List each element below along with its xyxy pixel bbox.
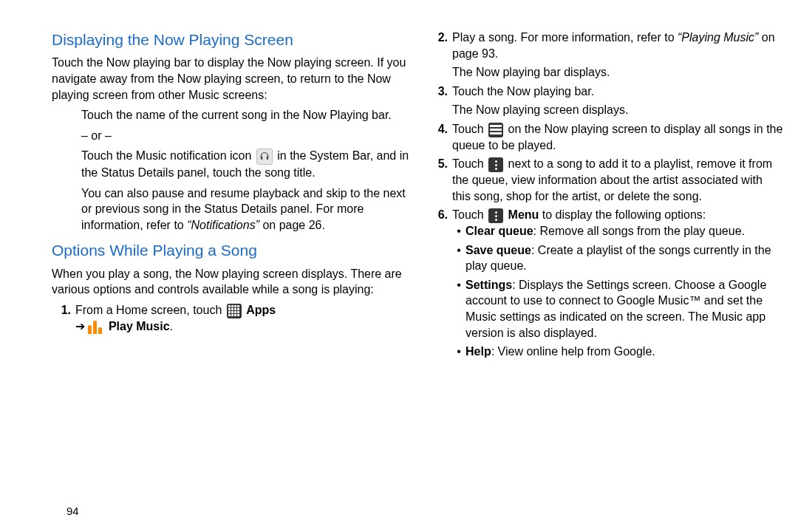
- page-number: 94: [66, 504, 79, 519]
- bullet-help: • Help: View online help from Google.: [452, 344, 783, 360]
- step-2: 2. Play a song. For more information, re…: [429, 30, 783, 81]
- step-4: 4. Touch on the Now playing screen to di…: [429, 121, 783, 153]
- sub-note: You can also pause and resume playback a…: [52, 185, 414, 233]
- sub-option-2: Touch the Music notification icon in the…: [52, 148, 414, 180]
- playing-music-ref: “Playing Music”: [678, 31, 758, 44]
- arrow-symbol: ➔: [75, 320, 88, 332]
- step-5-number: 5.: [429, 156, 452, 204]
- manual-page: Displaying the Now Playing Screen Touch …: [0, 0, 798, 532]
- step-4a: Touch: [452, 123, 487, 135]
- sub-option-1: Touch the name of the current song in th…: [52, 107, 414, 123]
- step-6b: to display the following options:: [542, 208, 706, 221]
- step-4-body: Touch on the Now playing screen to displ…: [452, 121, 783, 153]
- step-3-number: 3.: [429, 83, 452, 118]
- bullet-dot: •: [452, 344, 466, 360]
- left-column: Displaying the Now Playing Screen Touch …: [52, 30, 421, 532]
- sub-note-b: on page 26.: [259, 219, 325, 231]
- step-3b: The Now playing screen displays.: [452, 102, 783, 118]
- clear-queue-text: : Remove all songs from the play queue.: [533, 225, 745, 237]
- step-2c: The Now playing bar displays.: [452, 64, 783, 81]
- bullet-dot: •: [452, 277, 466, 341]
- step-6-number: 6.: [429, 207, 452, 363]
- menu-icon: [488, 208, 503, 223]
- step-2-body: Play a song. For more information, refer…: [452, 30, 783, 81]
- or-divider: – or –: [52, 128, 414, 144]
- step-1: 1. From a Home screen, touch Apps ➔ Play…: [52, 302, 414, 334]
- heading-options-while-playing: Options While Playing a Song: [52, 240, 414, 261]
- intro-paragraph-1: Touch the Now playing bar to display the…: [52, 55, 414, 103]
- bullet-dot: •: [452, 223, 466, 239]
- song-options-icon: [488, 157, 503, 172]
- step-4-number: 4.: [429, 121, 452, 153]
- queue-icon: [488, 123, 503, 137]
- apps-label: Apps: [246, 304, 276, 316]
- step-1-body: From a Home screen, touch Apps ➔ Play Mu…: [75, 302, 414, 334]
- menu-label: Menu: [508, 208, 539, 221]
- play-music-icon: [88, 321, 102, 334]
- help-text: : View online help from Google.: [491, 345, 655, 358]
- headphones-icon: [256, 149, 273, 165]
- settings-label: Settings: [466, 279, 512, 291]
- step-3: 3. Touch the Now playing bar. The Now pl…: [429, 83, 783, 118]
- step-6: 6. Touch Menu to display the following o…: [429, 207, 783, 363]
- heading-displaying-now-playing: Displaying the Now Playing Screen: [52, 30, 414, 50]
- step-2-number: 2.: [429, 30, 452, 81]
- apps-grid-icon: [227, 304, 242, 318]
- intro-paragraph-2: When you play a song, the Now playing sc…: [52, 266, 414, 298]
- step-6a: Touch: [452, 208, 487, 221]
- step-5a: Touch: [452, 157, 487, 170]
- step-3a: Touch the Now playing bar.: [452, 85, 594, 98]
- period: .: [170, 320, 173, 332]
- step-3-body: Touch the Now playing bar. The Now playi…: [452, 83, 783, 118]
- step-5-body: Touch next to a song to add it to a play…: [452, 156, 783, 204]
- step-2a: Play a song. For more information, refer…: [452, 31, 678, 44]
- step-1-text-a: From a Home screen, touch: [75, 304, 225, 316]
- sub-option-2a: Touch the Music notification icon: [81, 149, 255, 162]
- notifications-ref: “Notifications”: [187, 219, 259, 231]
- tm-symbol: ™: [689, 294, 700, 307]
- bullet-clear-queue: • Clear queue: Remove all songs from the…: [452, 223, 783, 239]
- step-1-number: 1.: [52, 302, 75, 334]
- clear-queue-label: Clear queue: [466, 225, 533, 237]
- bullet-dot: •: [452, 242, 466, 274]
- right-column: 2. Play a song. For more information, re…: [421, 30, 791, 532]
- bullet-settings: • Settings: Displays the Settings screen…: [452, 277, 783, 341]
- help-label: Help: [466, 345, 491, 358]
- save-queue-label: Save queue: [466, 244, 531, 256]
- play-music-label: Play Music: [109, 320, 170, 332]
- bullet-save-queue: • Save queue: Create a playlist of the s…: [452, 242, 783, 274]
- step-5: 5. Touch next to a song to add it to a p…: [429, 156, 783, 204]
- step-6-body: Touch Menu to display the following opti…: [452, 207, 783, 363]
